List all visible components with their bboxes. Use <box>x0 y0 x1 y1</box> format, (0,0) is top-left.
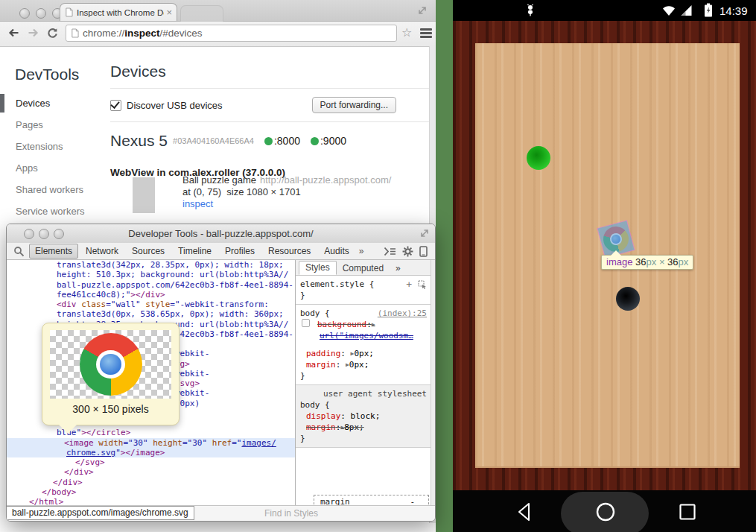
styles-scrollbar[interactable] <box>431 260 436 507</box>
code-line[interactable]: translate3d(0px, 538.65px, 0px); width: … <box>7 309 295 319</box>
dark-ball[interactable] <box>616 287 640 311</box>
stylesheet-source-link[interactable]: (index):25 <box>378 308 427 319</box>
device-serial: #03A404160A4E66A4 <box>173 136 254 145</box>
sidebar-item-devices[interactable]: Devices <box>0 92 104 114</box>
browser-tab[interactable]: Inspect with Chrome Devel × <box>60 3 177 21</box>
code-line[interactable]: chrome.svg"></image> <box>7 448 295 457</box>
recents-button[interactable] <box>679 504 696 520</box>
tab-sources[interactable]: Sources <box>126 244 171 259</box>
green-ball[interactable] <box>527 146 550 170</box>
window-minimize-button[interactable] <box>36 8 46 19</box>
user-agent-section: user agent stylesheet body { display: bl… <box>296 385 431 448</box>
tab-resources[interactable]: Resources <box>262 244 317 259</box>
code-segment-v: ="30" <box>182 438 212 448</box>
code-segment-a: style <box>145 300 170 309</box>
css-property[interactable]: background:▶ <box>300 319 427 330</box>
ua-properties: display: block;margin:▶8px; <box>300 411 427 433</box>
inspect-link[interactable]: inspect <box>182 198 213 209</box>
code-line[interactable]: </div> <box>7 478 295 487</box>
forward-button[interactable] <box>24 24 42 42</box>
code-line[interactable]: blue"></circle> <box>7 428 295 437</box>
devtools-window: Developer Tools - ball-puzzle.appspot.co… <box>6 224 436 522</box>
android-screencast: 14:39 image 36px × 36px <box>453 0 756 532</box>
code-segment-v: ball-puzzle.appspot.com/642ec0b3-fb8f-4e… <box>57 280 293 290</box>
code-line[interactable]: translate3d(342px, 28.35px, 0px); width:… <box>7 260 295 270</box>
code-segment-p: margin <box>306 422 336 432</box>
css-property[interactable]: url("images/woodsm… <box>300 330 427 341</box>
new-style-rule-plus-icon[interactable]: + <box>406 279 412 290</box>
sidebar-item-apps[interactable]: Apps <box>0 157 104 179</box>
code-segment-t: ></image> <box>121 448 165 457</box>
url-text: chrome://inspect/#devices <box>83 28 203 39</box>
device-mode-icon[interactable] <box>419 246 428 257</box>
styles-overflow-chevron[interactable]: » <box>390 262 407 275</box>
code-segment-v: height: 510.3px; background: url(blob:ht… <box>57 270 288 279</box>
tab-network[interactable]: Network <box>80 244 124 259</box>
code-segment-v: translate3d(342px, 28.35px, 0px); width:… <box>57 260 284 270</box>
home-button[interactable] <box>596 502 615 522</box>
port-forwarding-button[interactable]: Port forwarding... <box>312 97 396 113</box>
port-status-dot <box>264 137 273 145</box>
devtools-window-title: Developer Tools - ball-puzzle.appspot.co… <box>7 224 435 243</box>
image-preview-checkerboard <box>50 330 171 399</box>
css-property[interactable]: margin: ▶0px; <box>300 359 427 370</box>
back-button[interactable] <box>515 502 533 522</box>
tab-close-icon[interactable]: × <box>166 9 172 16</box>
sidebar-item-extensions[interactable]: Extensions <box>0 136 104 157</box>
code-line[interactable]: </div> <box>7 467 295 477</box>
tooltip-width: 36 <box>635 256 646 267</box>
tab-profiles[interactable]: Profiles <box>219 244 261 259</box>
element-style-close: } <box>300 290 427 301</box>
code-segment-t: ></circle> <box>81 428 130 437</box>
reload-button[interactable] <box>43 24 61 42</box>
game-play-field[interactable]: image 36px × 36px <box>475 43 740 468</box>
devtools-zoom-button[interactable] <box>54 229 64 239</box>
code-line[interactable]: height: 510.3px; background: url(blob:ht… <box>7 270 295 279</box>
tab-styles[interactable]: Styles <box>299 261 337 275</box>
styles-tabbar: Styles Computed » <box>296 260 431 276</box>
css-property[interactable]: display: block; <box>300 411 427 422</box>
window-resize-icon[interactable] <box>419 228 430 238</box>
new-tab-button[interactable] <box>180 5 223 22</box>
property-checkbox[interactable] <box>302 319 310 327</box>
sidebar-item-service-workers[interactable]: Service workers <box>0 200 104 222</box>
find-in-styles-input[interactable]: Find in Styles <box>264 508 318 519</box>
code-line[interactable]: ball-puzzle.appspot.com/642ec0b3-fb8f-4e… <box>7 280 295 290</box>
search-icon[interactable] <box>13 246 25 257</box>
css-property[interactable]: margin:▶8px; <box>300 422 427 433</box>
browser-menu-icon[interactable] <box>420 28 432 39</box>
code-line[interactable]: fee461cc40c8);"></div> <box>7 290 295 300</box>
tab-timeline[interactable]: Timeline <box>172 244 217 259</box>
console-drawer-icon[interactable] <box>384 247 396 256</box>
code-segment-v: ="30" <box>123 438 153 448</box>
tab-computed[interactable]: Computed <box>337 262 390 275</box>
discover-usb-checkbox[interactable] <box>110 100 121 111</box>
back-button[interactable] <box>4 24 22 42</box>
webview-thumbnail <box>133 177 155 213</box>
devtools-close-button[interactable] <box>24 229 34 239</box>
element-dimensions-tooltip: image 36px × 36px <box>601 255 693 270</box>
tab-audits[interactable]: Audits <box>318 244 355 259</box>
code-line[interactable]: </body> <box>7 487 295 497</box>
code-segment-t: </div> <box>64 467 94 477</box>
css-property[interactable]: padding: ▶0px; <box>300 348 427 359</box>
devtools-minimize-button[interactable] <box>39 229 49 239</box>
window-close-button[interactable] <box>19 8 30 19</box>
styles-panel: Styles Computed » element.style { + } bo… <box>295 260 431 507</box>
code-segment-v: " <box>115 448 121 457</box>
window-resize-icon[interactable] <box>417 5 428 16</box>
tab-elements[interactable]: Elements <box>29 244 78 259</box>
code-line[interactable]: </svg> <box>7 457 295 467</box>
code-line[interactable]: <image width="30" height="30" href="imag… <box>7 438 295 448</box>
ua-body-selector[interactable]: body { <box>300 399 427 411</box>
tab-overflow-chevron[interactable]: » <box>359 246 364 256</box>
sidebar-item-pages[interactable]: Pages <box>0 114 104 136</box>
inspect-element-icon[interactable] <box>418 280 427 289</box>
code-line[interactable]: <div class="wall" style="-webkit-transfo… <box>7 300 295 309</box>
devtools-titlebar: Developer Tools - ball-puzzle.appspot.co… <box>7 224 435 244</box>
code-segment-t: </div> <box>53 478 83 487</box>
address-bar[interactable]: chrome://inspect/#devices <box>66 25 397 42</box>
sidebar-item-shared-workers[interactable]: Shared workers <box>0 179 104 200</box>
settings-gear-icon[interactable] <box>402 246 413 257</box>
bookmark-star-icon[interactable]: ☆ <box>401 25 412 39</box>
